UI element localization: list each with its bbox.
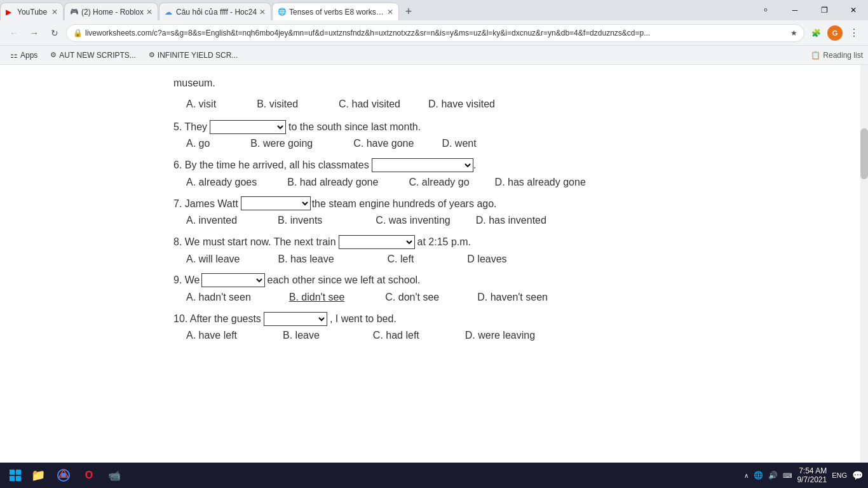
extensions-button[interactable]: 🧩 bbox=[807, 24, 825, 42]
chevron-up-icon[interactable]: ∧ bbox=[744, 472, 749, 479]
tab-youtube-close[interactable]: ✕ bbox=[51, 8, 58, 17]
taskbar-explorer[interactable]: 📁 bbox=[28, 465, 48, 485]
notification-button[interactable]: ⚬ bbox=[751, 0, 780, 20]
q9-options: A. hadn't seen B. didn't see C. don't se… bbox=[184, 288, 695, 307]
svg-rect-2 bbox=[10, 476, 15, 481]
q7-options: A. invented B. invents C. was inventing … bbox=[184, 212, 695, 230]
reading-list-label: Reading list bbox=[823, 51, 863, 60]
close-button[interactable]: ✕ bbox=[839, 0, 868, 20]
q10-opt-a: A. have left bbox=[186, 327, 237, 345]
title-bar: ▶ YouTube ✕ 🎮 (2) Home - Roblox ✕ ☁ Câu … bbox=[0, 0, 868, 20]
q6-opt-c: C. already go bbox=[409, 173, 469, 192]
taskbar-chrome[interactable] bbox=[53, 465, 74, 485]
taskbar-clock[interactable]: 7:54 AM 9/7/2021 bbox=[797, 466, 827, 484]
q6-opt-d: D. has already gone bbox=[495, 173, 586, 192]
q4-opt-b: B. visited bbox=[257, 95, 298, 114]
forward-button[interactable]: → bbox=[25, 24, 43, 42]
taskbar-zoom[interactable]: 📹 bbox=[104, 465, 125, 485]
tab-hoc24[interactable]: ☁ Câu hỏi của ffff - Hoc24 ✕ bbox=[159, 3, 271, 20]
q7-text-before: 7. James Watt bbox=[173, 196, 238, 212]
q8-select[interactable]: will leave has leave left leaves bbox=[339, 235, 415, 249]
q8-options: A. will leave B. has leave C. left D lea… bbox=[184, 250, 695, 269]
reload-button[interactable]: ↻ bbox=[46, 24, 64, 42]
taskbar-sys-tray: ∧ bbox=[744, 472, 749, 479]
tab-hoc24-close[interactable]: ✕ bbox=[259, 8, 266, 17]
taskbar-network-icon: 🌐 bbox=[754, 471, 763, 480]
q8-opt-c: C. left bbox=[388, 250, 414, 269]
q4-options: A. visit B. visited C. had visited D. ha… bbox=[184, 95, 695, 114]
q6-text-before: 6. By the time he arrived, all his class… bbox=[173, 157, 369, 173]
q4-opt-a: A. visit bbox=[186, 95, 216, 114]
q8-opt-b: B. has leave bbox=[278, 250, 334, 269]
question-10: 10. After the guests have left leave had… bbox=[173, 311, 695, 345]
roblox-favicon: 🎮 bbox=[70, 8, 79, 17]
q7-opt-c: C. was inventing bbox=[376, 212, 450, 230]
tab-hoc24-title: Câu hỏi của ffff - Hoc24 bbox=[176, 8, 257, 17]
question-7: 7. James Watt invented invents was inven… bbox=[173, 196, 695, 230]
windows-icon bbox=[9, 469, 22, 482]
reading-list-button[interactable]: 📋 Reading list bbox=[811, 51, 863, 60]
q5-select[interactable]: go were going have gone went bbox=[210, 120, 286, 134]
scrollbar[interactable] bbox=[860, 65, 868, 463]
worksheet-favicon: 🌐 bbox=[278, 8, 287, 17]
start-button[interactable] bbox=[5, 465, 25, 485]
scrollbar-thumb[interactable] bbox=[860, 128, 868, 179]
bookmark-apps[interactable]: ⚏ Apps bbox=[5, 49, 43, 61]
q5-text-after: to the south since last month. bbox=[288, 119, 421, 135]
taskbar-right: ∧ 🌐 🔊 ⌨ 7:54 AM 9/7/2021 ENG 💬 bbox=[744, 466, 863, 484]
new-tab-button[interactable]: + bbox=[400, 3, 417, 20]
q6-options: A. already goes B. had already gone C. a… bbox=[184, 173, 695, 192]
svg-rect-0 bbox=[10, 470, 15, 475]
tab-roblox-close[interactable]: ✕ bbox=[146, 8, 153, 17]
q9-opt-b: B. didn't see bbox=[289, 288, 345, 307]
taskbar-keyboard-icon: ⌨ bbox=[783, 472, 792, 479]
tab-youtube[interactable]: ▶ YouTube ✕ bbox=[0, 3, 64, 20]
tab-worksheet[interactable]: 🌐 Tenses of verbs E8 worksheet ✕ bbox=[272, 3, 399, 20]
svg-rect-3 bbox=[16, 476, 21, 481]
q10-options: A. have left B. leave C. had left D. wer… bbox=[184, 327, 695, 345]
q9-opt-d: D. haven't seen bbox=[477, 288, 548, 307]
q7-select[interactable]: invented invents was inventing has inven… bbox=[241, 196, 311, 210]
q9-text-before: 9. We bbox=[173, 272, 200, 288]
q7-text-after: the steam engine hundreds of years ago. bbox=[312, 196, 497, 212]
q7-opt-d: D. has invented bbox=[476, 212, 546, 230]
worksheet-container: museum. A. visit B. visited C. had visit… bbox=[148, 65, 720, 463]
tab-roblox[interactable]: 🎮 (2) Home - Roblox ✕ bbox=[64, 3, 158, 20]
q10-opt-c: C. had left bbox=[373, 327, 419, 345]
q5-opt-a: A. go bbox=[186, 135, 210, 153]
q10-opt-b: B. leave bbox=[283, 327, 320, 345]
q10-opt-d: D. were leaving bbox=[465, 327, 535, 345]
taskbar-time-value: 7:54 AM bbox=[797, 466, 827, 475]
q8-line: 8. We must start now. The next train wil… bbox=[173, 234, 695, 250]
nav-right-buttons: 🧩 G ⋮ bbox=[807, 24, 863, 42]
minimize-button[interactable]: ─ bbox=[780, 0, 810, 20]
back-button[interactable]: ← bbox=[5, 24, 23, 42]
restore-button[interactable]: ❐ bbox=[810, 0, 839, 20]
q6-opt-a: A. already goes bbox=[186, 173, 257, 192]
tabs-area: ▶ YouTube ✕ 🎮 (2) Home - Roblox ✕ ☁ Câu … bbox=[0, 0, 751, 20]
infinite-icon: ⚙ bbox=[149, 51, 155, 59]
profile-button[interactable]: G bbox=[827, 25, 843, 41]
taskbar: 📁 O 📹 ∧ 🌐 🔊 ⌨ 7:54 AM 9/7/2021 ENG 💬 bbox=[0, 463, 868, 488]
taskbar-opera[interactable]: O bbox=[79, 465, 99, 485]
bookmarks-bar: ⚏ Apps ⚙ AUT NEW SCRIPTS... ⚙ INFINITE Y… bbox=[0, 46, 868, 65]
q6-select[interactable]: already goes had already gone already go… bbox=[372, 158, 473, 172]
notification-center-icon[interactable]: 💬 bbox=[852, 470, 863, 480]
taskbar-volume-icon: 🔊 bbox=[768, 471, 778, 480]
svg-rect-1 bbox=[16, 470, 21, 475]
q9-select[interactable]: hadn't seen didn't see don't see haven't… bbox=[201, 273, 265, 287]
q10-select[interactable]: have left leave had left were leaving bbox=[264, 312, 327, 326]
tab-worksheet-close[interactable]: ✕ bbox=[387, 8, 393, 17]
bookmark-apps-label: Apps bbox=[20, 51, 37, 60]
bookmark-aut[interactable]: ⚙ AUT NEW SCRIPTS... bbox=[45, 50, 140, 61]
settings-button[interactable]: ⋮ bbox=[845, 24, 863, 42]
q5-options: A. go B. were going C. have gone D. went bbox=[184, 135, 695, 153]
tab-youtube-title: YouTube bbox=[17, 8, 49, 17]
q5-opt-c: C. have gone bbox=[353, 135, 414, 153]
q4-opt-c: C. had visited bbox=[339, 95, 400, 114]
tab-worksheet-title: Tenses of verbs E8 worksheet bbox=[289, 8, 384, 17]
reading-list-icon: 📋 bbox=[811, 51, 820, 60]
q7-opt-a: A. invented bbox=[186, 212, 237, 230]
address-bar[interactable]: 🔒 liveworksheets.com/c?a=s&g=8&s=English… bbox=[66, 24, 804, 42]
bookmark-infinite[interactable]: ⚙ INFINITE YIELD SCR... bbox=[144, 50, 243, 61]
